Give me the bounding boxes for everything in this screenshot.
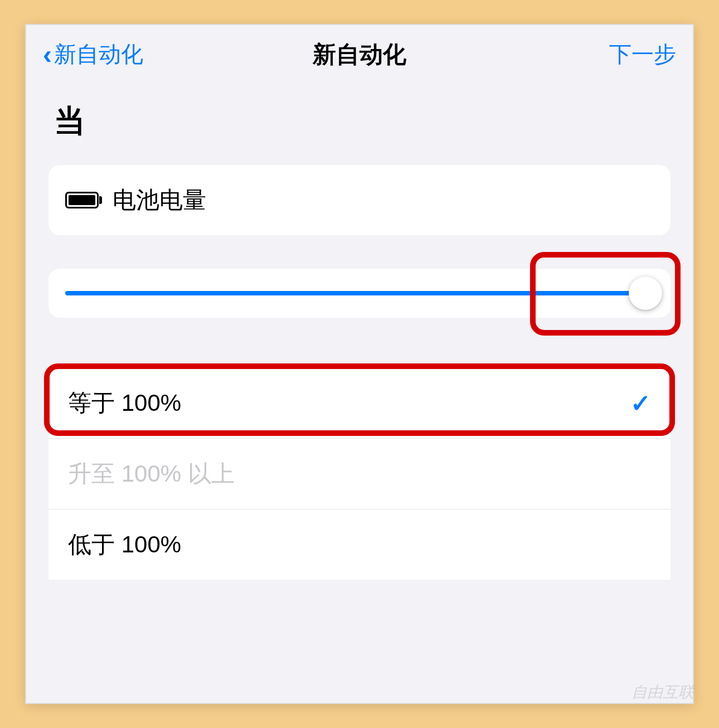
option-falls-below[interactable]: 低于 100% (48, 509, 671, 580)
content-area: 当 电池电量 (26, 84, 693, 703)
option-label: 低于 100% (68, 529, 181, 560)
option-label: 等于 100% (68, 387, 181, 419)
checkmark-icon: ✓ (630, 389, 651, 418)
options-card: 等于 100% ✓ 升至 100% 以上 低于 100% (48, 368, 671, 580)
slider-card (48, 269, 671, 318)
battery-label: 电池电量 (113, 185, 206, 216)
next-button[interactable]: 下一步 (609, 39, 676, 70)
option-equals[interactable]: 等于 100% ✓ (48, 368, 671, 439)
section-heading: 当 (48, 100, 671, 143)
back-label: 新自动化 (54, 39, 143, 70)
navigation-bar: ‹ 新自动化 新自动化 下一步 (26, 25, 693, 84)
chevron-left-icon: ‹ (43, 39, 52, 70)
option-rises-above: 升至 100% 以上 (48, 439, 671, 509)
screen: ‹ 新自动化 新自动化 下一步 当 电池电量 (26, 25, 693, 703)
slider-track[interactable] (65, 291, 654, 295)
phone-frame: ‹ 新自动化 新自动化 下一步 当 电池电量 (25, 24, 694, 704)
back-button[interactable]: ‹ 新自动化 (43, 39, 143, 70)
option-label: 升至 100% 以上 (68, 458, 235, 489)
battery-icon (65, 192, 99, 208)
trigger-card: 电池电量 (48, 165, 671, 235)
slider-thumb[interactable] (629, 276, 662, 310)
battery-trigger-row[interactable]: 电池电量 (48, 165, 671, 235)
page-title: 新自动化 (313, 39, 406, 70)
battery-fill (69, 195, 95, 205)
